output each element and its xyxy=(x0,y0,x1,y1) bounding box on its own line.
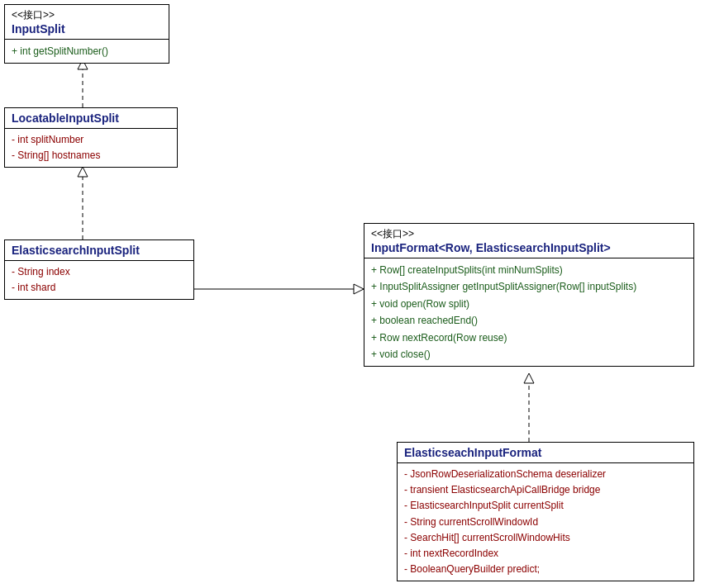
es-inputformat-field-5: - int nextRecordIndex xyxy=(404,546,687,562)
inputsplit-body: + int getSplitNumber() xyxy=(5,40,169,63)
locatable-box: LocatableInputSplit - int splitNumber - … xyxy=(4,107,178,168)
inputformat-box: <<接口>> InputFormat<Row, ElasticsearchInp… xyxy=(364,223,694,367)
inputformat-stereotype: <<接口>> xyxy=(371,227,687,241)
inputformat-method-5: + void close() xyxy=(371,346,687,363)
uml-diagram: <<接口>> InputSplit + int getSplitNumber()… xyxy=(0,0,705,588)
es-inputformat-classname: ElasticseachInputFormat xyxy=(404,446,687,459)
svg-marker-7 xyxy=(524,373,534,383)
inputsplit-stereotype: <<接口>> xyxy=(12,8,162,22)
inputformat-method-0: + Row[] createInputSplits(int minNumSpli… xyxy=(371,262,687,278)
es-inputsplit-box: ElasticsearchInputSplit - String index -… xyxy=(4,239,194,300)
inputformat-method-1: + InputSplitAssigner getInputSplitAssign… xyxy=(371,278,687,295)
inputsplit-method-0: + int getSplitNumber() xyxy=(12,43,162,59)
locatable-field-0: - int splitNumber xyxy=(12,132,170,148)
inputsplit-header: <<接口>> InputSplit xyxy=(5,5,169,40)
inputformat-body: + Row[] createInputSplits(int minNumSpli… xyxy=(364,258,693,366)
locatable-field-1: - String[] hostnames xyxy=(12,148,170,164)
es-inputformat-box: ElasticseachInputFormat - JsonRowDeseria… xyxy=(397,442,694,581)
es-inputsplit-field-0: - String index xyxy=(12,264,187,280)
inputformat-method-2: + void open(Row split) xyxy=(371,296,687,312)
svg-marker-3 xyxy=(78,167,88,177)
es-inputsplit-classname: ElasticsearchInputSplit xyxy=(12,244,187,257)
es-inputsplit-header: ElasticsearchInputSplit xyxy=(5,240,193,261)
inputsplit-box: <<接口>> InputSplit + int getSplitNumber() xyxy=(4,4,169,64)
locatable-classname: LocatableInputSplit xyxy=(12,111,170,125)
es-inputformat-field-2: - ElasticsearchInputSplit currentSplit xyxy=(404,498,687,514)
inputformat-method-4: + Row nextRecord(Row reuse) xyxy=(371,330,687,346)
inputsplit-classname: InputSplit xyxy=(12,22,162,36)
svg-marker-5 xyxy=(354,284,364,294)
es-inputformat-field-1: - transient ElasticsearchApiCallBridge b… xyxy=(404,482,687,498)
es-inputformat-header: ElasticseachInputFormat xyxy=(398,443,693,463)
inputformat-method-3: + boolean reachedEnd() xyxy=(371,312,687,329)
locatable-header: LocatableInputSplit xyxy=(5,108,177,129)
es-inputformat-field-4: - SearchHit[] currentScrollWindowHits xyxy=(404,530,687,546)
es-inputsplit-body: - String index - int shard xyxy=(5,261,193,299)
inputformat-classname: InputFormat<Row, ElasticsearchInputSplit… xyxy=(371,241,687,254)
es-inputformat-body: - JsonRowDeserializationSchema deseriali… xyxy=(398,463,693,581)
es-inputsplit-field-1: - int shard xyxy=(12,280,187,296)
inputformat-header: <<接口>> InputFormat<Row, ElasticsearchInp… xyxy=(364,224,693,258)
es-inputformat-field-6: - BooleanQueryBuilder predict; xyxy=(404,562,687,577)
locatable-body: - int splitNumber - String[] hostnames xyxy=(5,129,177,167)
es-inputformat-field-0: - JsonRowDeserializationSchema deseriali… xyxy=(404,467,687,482)
es-inputformat-field-3: - String currentScrollWindowId xyxy=(404,514,687,530)
